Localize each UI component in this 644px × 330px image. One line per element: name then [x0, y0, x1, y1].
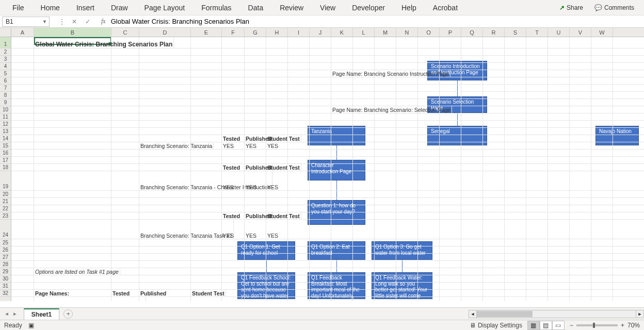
view-page-layout-button[interactable]: ▤: [540, 321, 552, 330]
scroll-right-icon[interactable]: ►: [636, 310, 644, 318]
comments-button[interactable]: Comments: [589, 1, 640, 15]
menu-view[interactable]: View: [312, 0, 344, 15]
row-header-19[interactable]: 19: [0, 171, 11, 191]
menu-file[interactable]: File: [4, 0, 33, 15]
row-header-1[interactable]: 1: [0, 37, 11, 48]
menu-data[interactable]: Data: [240, 0, 272, 15]
row-header-11[interactable]: 11: [0, 113, 11, 121]
cell-K10[interactable]: Page Name: Branching Scenario: Selection…: [331, 106, 452, 113]
cell-F18[interactable]: Tested: [222, 164, 245, 171]
col-header-M[interactable]: M: [375, 28, 396, 37]
menu-insert[interactable]: Insert: [68, 0, 103, 15]
col-header-G[interactable]: G: [245, 28, 266, 37]
row-header-22[interactable]: 22: [0, 205, 11, 212]
row-header-7[interactable]: 7: [0, 85, 11, 92]
tab-next-icon[interactable]: ►: [12, 311, 18, 317]
grid-body[interactable]: Scenario Introduction and Instruction Pa…: [0, 37, 644, 301]
cell-D32[interactable]: Published: [139, 290, 191, 296]
cell-B32[interactable]: Page Names:: [34, 290, 111, 296]
zoom-knob[interactable]: [593, 323, 595, 328]
cell-H23[interactable]: Student Test: [266, 212, 301, 219]
col-header-J[interactable]: J: [310, 28, 331, 37]
enter-icon[interactable]: ✓: [84, 18, 92, 25]
tab-prev-icon[interactable]: ◄: [4, 311, 9, 317]
row-header-10[interactable]: 10: [0, 106, 11, 113]
row-header-32[interactable]: 32: [0, 290, 11, 297]
cell-D15[interactable]: Branching Scenario: Tanzania: [139, 142, 214, 149]
col-header-S[interactable]: S: [505, 28, 526, 37]
cell-G24[interactable]: YES: [245, 220, 266, 239]
chevron-down-icon[interactable]: ▼: [42, 19, 47, 24]
row-header-28[interactable]: 28: [0, 261, 11, 268]
row-header-17[interactable]: 17: [0, 157, 11, 164]
row-header-15[interactable]: 15: [0, 142, 11, 150]
row-header-8[interactable]: 8: [0, 92, 11, 99]
view-normal-button[interactable]: ▦: [527, 321, 540, 330]
row-header-5[interactable]: 5: [0, 70, 11, 77]
row-header-12[interactable]: 12: [0, 121, 11, 128]
row-header-31[interactable]: 31: [0, 283, 11, 290]
add-sheet-button[interactable]: +: [63, 309, 73, 319]
row-header-20[interactable]: 20: [0, 191, 11, 198]
col-header-D[interactable]: D: [139, 28, 191, 37]
cancel-icon[interactable]: ✕: [70, 18, 78, 25]
row-header-30[interactable]: 30: [0, 275, 11, 283]
col-header-V[interactable]: V: [570, 28, 591, 37]
menu-home[interactable]: Home: [33, 0, 68, 15]
fx-icon[interactable]: fx: [96, 18, 109, 25]
cell-B29[interactable]: Options are listed on Task #1 page: [34, 268, 120, 275]
row-header-25[interactable]: 25: [0, 239, 11, 246]
zoom-in-button[interactable]: +: [621, 322, 624, 329]
cell-D24[interactable]: Branching Scenario: Tanzania Task #1: [139, 220, 234, 239]
col-header-O[interactable]: O: [418, 28, 440, 37]
row-header-27[interactable]: 27: [0, 254, 11, 261]
row-header-23[interactable]: 23: [0, 212, 11, 220]
cell-F24[interactable]: YES: [222, 220, 245, 239]
cell-F23[interactable]: Tested: [222, 212, 245, 219]
col-header-B[interactable]: B: [34, 28, 111, 37]
row-header-3[interactable]: 3: [0, 56, 11, 63]
row-header-26[interactable]: 26: [0, 246, 11, 254]
menu-draw[interactable]: Draw: [103, 0, 136, 15]
col-header-I[interactable]: I: [288, 28, 310, 37]
menu-formulas[interactable]: Formulas: [193, 0, 239, 15]
row-header-29[interactable]: 29: [0, 268, 11, 275]
col-header-U[interactable]: U: [548, 28, 570, 37]
row-header-13[interactable]: 13: [0, 128, 11, 135]
row-header-16[interactable]: 16: [0, 150, 11, 157]
name-box[interactable]: B1▼: [2, 16, 50, 27]
menu-page-layout[interactable]: Page Layout: [136, 0, 194, 15]
cell-H24[interactable]: YES: [266, 220, 288, 239]
col-header-N[interactable]: N: [396, 28, 418, 37]
cell-C33[interactable]: YES: [111, 297, 139, 301]
scroll-track[interactable]: [477, 310, 636, 318]
zoom-out-button[interactable]: −: [570, 322, 573, 329]
col-header-L[interactable]: L: [353, 28, 375, 37]
col-header-K[interactable]: K: [331, 28, 353, 37]
col-header-T[interactable]: T: [526, 28, 548, 37]
menu-acrobat[interactable]: Acrobat: [425, 0, 466, 15]
cell-K5[interactable]: Page Name: Brancing Scenario Instruction…: [331, 70, 450, 77]
col-header-E[interactable]: E: [191, 28, 222, 37]
col-header-A[interactable]: A: [11, 28, 34, 37]
cell-H15[interactable]: YES: [266, 142, 288, 149]
cell-E32[interactable]: Student Test: [191, 290, 226, 296]
cell-E33[interactable]: YES: [191, 297, 222, 301]
col-header-P[interactable]: P: [440, 28, 461, 37]
row-header-9[interactable]: 9: [0, 99, 11, 106]
col-header-C[interactable]: C: [111, 28, 139, 37]
row-header-6[interactable]: 6: [0, 77, 11, 85]
row-header-24[interactable]: 24: [0, 220, 11, 239]
col-header-H[interactable]: H: [266, 28, 288, 37]
display-settings-button[interactable]: 🖥 Display Settings: [470, 322, 522, 329]
cell-H19[interactable]: YES: [266, 171, 288, 190]
record-macro-icon[interactable]: ▣: [28, 322, 34, 329]
sheet-tab-1[interactable]: Sheet1: [24, 308, 59, 320]
cell-H18[interactable]: Student Test: [266, 164, 301, 171]
horizontal-scrollbar[interactable]: ◄ ►: [469, 310, 644, 318]
select-all-corner[interactable]: [0, 28, 11, 37]
cell-G19[interactable]: YES: [245, 171, 266, 190]
row-header-14[interactable]: 14: [0, 135, 11, 142]
row-header-2[interactable]: 2: [0, 48, 11, 56]
row-header-21[interactable]: 21: [0, 198, 11, 205]
